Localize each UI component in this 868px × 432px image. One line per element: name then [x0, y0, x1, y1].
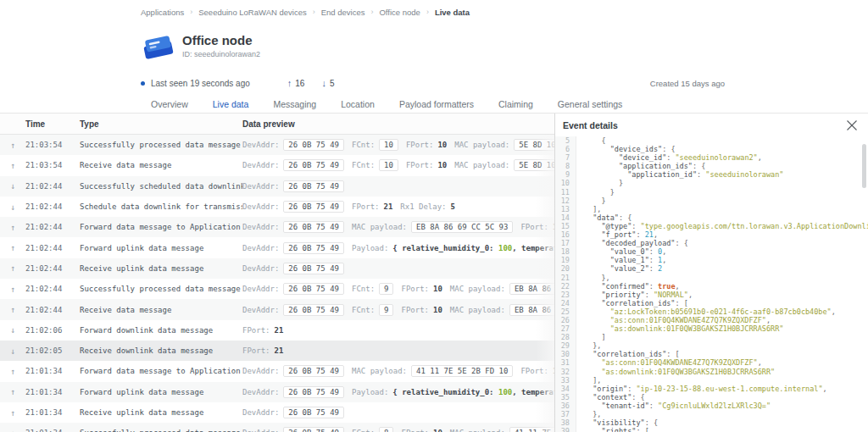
line-number: 26 — [555, 316, 576, 324]
preview-value: 21 — [383, 202, 392, 211]
downlink-arrow-icon: ↓ — [0, 181, 25, 191]
preview-value-box: EB 8A 86 69 CC 5C 93 — [411, 221, 513, 233]
ttn-console-page: Applications›Seeeduino LoRaWAN devices›E… — [0, 0, 868, 432]
code-token: ], — [584, 376, 601, 385]
code-token: "origin" — [593, 385, 627, 393]
last-seen-status-dot — [141, 81, 145, 86]
event-row[interactable]: ↑21:02:44Successfully processed data mes… — [0, 279, 554, 299]
line-number: 36 — [555, 402, 576, 410]
line-number: 8 — [555, 162, 576, 170]
uplink-arrow-icon: ↑ — [0, 263, 25, 273]
code-token: : — [649, 282, 658, 291]
preview-value: 10 — [553, 223, 554, 231]
event-preview: DevAddr:26 0B 75 49 — [242, 407, 554, 418]
line-number: 39 — [555, 427, 576, 432]
code-token: "ip-10-23-15-88.eu-west-1.compute.intern… — [636, 385, 822, 393]
close-icon[interactable] — [844, 118, 860, 133]
event-row[interactable]: ↑21:02:44Receive uplink data messageDevA… — [0, 258, 554, 279]
code-token — [584, 316, 610, 324]
event-row[interactable]: ↓21:02:05Receive downlink data messageFP… — [0, 341, 554, 361]
event-row[interactable]: ↑21:02:44Forward uplink data messageDevA… — [0, 237, 554, 258]
line-number: 31 — [555, 358, 576, 367]
line-content: } — [576, 179, 623, 187]
preview-segment: MAC payload:41 11 7E 5E 2B FD 10 — [352, 365, 513, 377]
code-line: 14 "data": { — [555, 213, 868, 222]
payload-token: relative_humidity_0: — [402, 388, 493, 396]
line-content: "origin": "ip-10-23-15-88.eu-west-1.comp… — [576, 385, 827, 393]
breadcrumb-item-office-node[interactable]: Office node — [379, 8, 420, 17]
event-row[interactable]: ↓21:02:44Schedule data downlink for tran… — [0, 197, 554, 217]
code-token: "device_id" — [619, 153, 666, 162]
event-rows: ↑21:03:54Successfully processed data mes… — [0, 135, 554, 432]
event-row[interactable]: ↓21:02:06Forward downlink data messageFP… — [0, 320, 554, 341]
code-token: "decoded_payload" — [601, 239, 675, 247]
line-content: "device_id": "seeeduinolorawan2", — [576, 153, 762, 162]
code-line: 6 "device_ids": { — [555, 145, 868, 153]
preview-label: FCnt: — [352, 306, 375, 314]
preview-value: 21 — [275, 346, 284, 355]
line-content: "data": { — [576, 213, 632, 222]
preview-payload: { relative_humidity_0: 100, temperature_… — [392, 388, 554, 396]
breadcrumb-item-applications[interactable]: Applications — [141, 8, 184, 17]
code-token — [584, 418, 593, 427]
event-type: Forward data message to Application S… — [80, 223, 242, 231]
line-content: }, — [576, 410, 601, 418]
event-row[interactable]: ↑21:03:54Successfully processed data mes… — [0, 135, 554, 155]
event-preview: DevAddr:26 0B 75 49 — [242, 263, 554, 274]
uplink-arrow-icon: ↑ — [0, 161, 25, 170]
uplink-counter: ↑ 16 — [287, 78, 305, 88]
preview-segment: DevAddr:26 0B 75 49 — [242, 283, 344, 295]
event-time: 21:02:44 — [25, 202, 80, 211]
code-token: , — [758, 153, 762, 162]
code-token — [584, 402, 601, 410]
code-token: : [ — [636, 427, 648, 432]
code-token: "correlation_ids" — [593, 350, 666, 358]
scrollbar-thumb[interactable] — [862, 144, 866, 188]
event-row[interactable]: ↑21:01:34Successfully processed data mes… — [0, 423, 554, 432]
code-token: : { — [675, 239, 687, 247]
code-token: "@type" — [601, 222, 632, 230]
code-line: 12 } — [555, 197, 868, 205]
preview-value-box: 10 — [379, 159, 398, 171]
preview-label: FPort: — [520, 223, 548, 231]
line-number: 24 — [555, 299, 576, 307]
preview-segment: MAC payload:41 11 7E 5E 2B FD 10 — [450, 427, 554, 432]
code-line: 5 { — [555, 136, 868, 145]
preview-label: FPort: — [401, 285, 429, 293]
uplink-arrow-icon: ↑ — [0, 243, 25, 252]
code-token: : — [649, 247, 658, 256]
code-token: : { — [693, 162, 705, 170]
code-line: 8 "application_ids": { — [555, 162, 868, 170]
event-type: Receive uplink data message — [80, 264, 242, 273]
preview-segment: DevAddr:26 0B 75 49 — [242, 304, 344, 316]
preview-label: FPort: — [406, 161, 434, 169]
event-row[interactable]: ↑21:02:44Receive data messageDevAddr:26 … — [0, 299, 554, 319]
preview-value: 10 — [553, 367, 554, 375]
code-token: : — [666, 153, 675, 162]
preview-segment: DevAddr:26 0B 75 49 — [242, 159, 344, 171]
event-row[interactable]: ↑21:01:34Receive uplink data messageDevA… — [0, 402, 554, 423]
event-preview: DevAddr:26 0B 75 49FCnt:10FPort:10MAC pa… — [242, 139, 554, 151]
preview-label: MAC payload: — [352, 223, 407, 231]
preview-value-box: 26 0B 75 49 — [283, 386, 344, 398]
preview-value: 5 — [451, 202, 455, 211]
created-text: Created 15 days ago — [650, 79, 725, 88]
line-content: "application_id": "seeeduinolorawan" — [576, 170, 783, 179]
event-time: 21:02:05 — [25, 346, 80, 355]
event-preview: DevAddr:26 0B 75 49FCnt:10FPort:10MAC pa… — [242, 159, 554, 171]
event-time: 21:02:44 — [25, 264, 80, 273]
live-data-table: Time Type Data preview ↑21:03:54Successf… — [0, 114, 555, 432]
breadcrumb-item-end-devices[interactable]: End devices — [321, 8, 365, 17]
breadcrumb-item-seeeduino-lorawan-devices[interactable]: Seeeduino LoRaWAN devices — [198, 8, 306, 17]
code-token: "visibility" — [593, 418, 644, 427]
event-row[interactable]: ↑21:01:34Forward data message to Applica… — [0, 361, 554, 381]
event-type: Successfully processed data message — [80, 285, 242, 293]
preview-segment: MAC payload:EB 8A 86 69 CC 5C 93 — [352, 221, 513, 233]
event-row[interactable]: ↓21:02:44Successfully scheduled data dow… — [0, 176, 554, 197]
event-row[interactable]: ↑21:02:44Forward data message to Applica… — [0, 217, 554, 237]
preview-label: FPort: — [352, 202, 380, 211]
event-row[interactable]: ↑21:01:34Forward uplink data messageDevA… — [0, 382, 554, 402]
line-content: "f_port": 21, — [576, 230, 658, 239]
code-token — [584, 307, 610, 316]
event-row[interactable]: ↑21:03:54Receive data messageDevAddr:26 … — [0, 155, 554, 175]
